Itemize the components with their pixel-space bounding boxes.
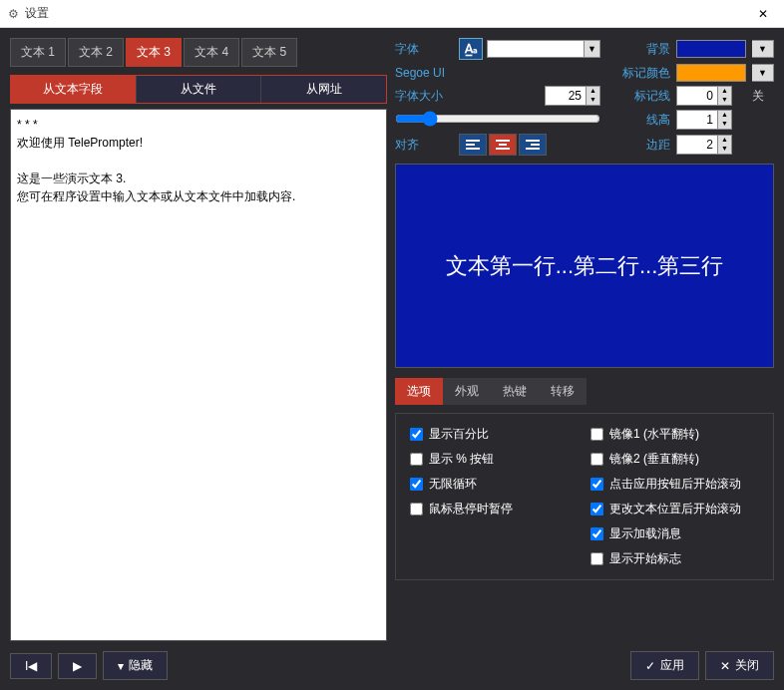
mark-color-dd[interactable]: ▼ bbox=[752, 64, 774, 82]
margin-spinner[interactable]: ▲▼ bbox=[676, 135, 746, 155]
hide-button[interactable]: ▾隐藏 bbox=[103, 651, 168, 680]
options-panel: 显示百分比显示 % 按钮无限循环鼠标悬停时暂停 镜像1 (水平翻转)镜像2 (垂… bbox=[395, 413, 774, 580]
option-tab-3[interactable]: 转移 bbox=[539, 378, 587, 405]
titlebar: ⚙ 设置 ✕ bbox=[0, 0, 784, 28]
font-style-button[interactable]: A̲ₐ bbox=[459, 38, 483, 60]
align-left-button[interactable] bbox=[459, 134, 487, 156]
settings-grid: 字体 A̲ₐ ▼ 背景 ▼ Segoe UI 标记颜色 ▼ 字体大小 ▲▼ 标记… bbox=[395, 38, 774, 156]
mark-line-label: 标记线 bbox=[606, 88, 670, 105]
checkbox-checksR-2[interactable]: 点击应用按钮后开始滚动 bbox=[590, 476, 759, 493]
align-center-button[interactable] bbox=[489, 134, 517, 156]
x-icon: ✕ bbox=[720, 659, 730, 673]
option-tabs: 选项外观热键转移 bbox=[395, 378, 774, 405]
close-button[interactable]: ✕关闭 bbox=[705, 651, 774, 680]
left-panel: 文本 1文本 2文本 3文本 4文本 5 从文本字段从文件从网址 * * * 欢… bbox=[10, 38, 387, 680]
checkbox-checksR-3[interactable]: 更改文本位置后开始滚动 bbox=[590, 501, 759, 518]
rewind-button[interactable]: I◀ bbox=[10, 653, 52, 679]
font-size-slider[interactable] bbox=[395, 111, 600, 127]
check-icon: ✓ bbox=[645, 659, 655, 673]
mark-color-swatch bbox=[677, 65, 745, 81]
chevron-down-icon: ▼ bbox=[584, 41, 599, 57]
font-label: 字体 bbox=[395, 41, 453, 58]
checkbox-checksL-3[interactable]: 鼠标悬停时暂停 bbox=[410, 501, 579, 518]
mark-color-dropdown[interactable] bbox=[676, 64, 746, 82]
line-height-label: 线高 bbox=[606, 112, 670, 129]
close-icon[interactable]: ✕ bbox=[750, 5, 776, 23]
option-tab-1[interactable]: 外观 bbox=[443, 378, 491, 405]
checkbox-checksL-0[interactable]: 显示百分比 bbox=[410, 426, 579, 443]
text-tab-4[interactable]: 文本 4 bbox=[184, 38, 239, 67]
font-size-spinner[interactable]: ▲▼ bbox=[545, 86, 600, 106]
source-tab-1[interactable]: 从文件 bbox=[137, 76, 262, 103]
line-height-spinner[interactable]: ▲▼ bbox=[676, 110, 746, 130]
checks-left-col: 显示百分比显示 % 按钮无限循环鼠标悬停时暂停 bbox=[410, 426, 579, 567]
gear-icon: ⚙ bbox=[8, 7, 19, 21]
preview-text: 文本第一行...第二行...第三行 bbox=[446, 251, 724, 281]
checks-right-col: 镜像1 (水平翻转)镜像2 (垂直翻转)点击应用按钮后开始滚动更改文本位置后开始… bbox=[590, 426, 759, 567]
text-tabs: 文本 1文本 2文本 3文本 4文本 5 bbox=[10, 38, 387, 67]
checkbox-checksL-1[interactable]: 显示 % 按钮 bbox=[410, 451, 579, 468]
right-panel: 字体 A̲ₐ ▼ 背景 ▼ Segoe UI 标记颜色 ▼ 字体大小 ▲▼ 标记… bbox=[395, 38, 774, 680]
align-label: 对齐 bbox=[395, 137, 453, 154]
source-tabs: 从文本字段从文件从网址 bbox=[10, 75, 387, 104]
text-tab-3[interactable]: 文本 3 bbox=[126, 38, 182, 67]
background-label: 背景 bbox=[606, 41, 670, 58]
checkbox-checksR-5[interactable]: 显示开始标志 bbox=[590, 550, 759, 567]
text-tab-2[interactable]: 文本 2 bbox=[68, 38, 124, 67]
option-tab-0[interactable]: 选项 bbox=[395, 378, 443, 405]
align-right-button[interactable] bbox=[519, 134, 547, 156]
window-title: 设置 bbox=[25, 5, 750, 22]
off-label: 关 bbox=[752, 88, 774, 105]
checkbox-checksL-2[interactable]: 无限循环 bbox=[410, 476, 579, 493]
text-input[interactable]: * * * 欢迎使用 TelePrompter! 这是一些演示文本 3. 您可在… bbox=[10, 109, 387, 641]
text-tab-1[interactable]: 文本 1 bbox=[10, 38, 66, 67]
right-bottombar: ✓应用 ✕关闭 bbox=[395, 651, 774, 680]
option-tab-2[interactable]: 热键 bbox=[491, 378, 539, 405]
left-bottombar: I◀ ▶ ▾隐藏 bbox=[10, 651, 387, 680]
background-color-dropdown[interactable] bbox=[676, 40, 746, 58]
source-tab-0[interactable]: 从文本字段 bbox=[11, 76, 137, 103]
apply-button[interactable]: ✓应用 bbox=[630, 651, 699, 680]
text-tab-5[interactable]: 文本 5 bbox=[241, 38, 297, 67]
font-name: Segoe UI bbox=[395, 66, 600, 80]
margin-label: 边距 bbox=[606, 137, 670, 154]
checkbox-checksR-4[interactable]: 显示加载消息 bbox=[590, 525, 759, 542]
checkbox-checksR-1[interactable]: 镜像2 (垂直翻转) bbox=[590, 451, 759, 468]
chevron-down-icon: ▼ bbox=[752, 65, 773, 81]
checkbox-checksR-0[interactable]: 镜像1 (水平翻转) bbox=[590, 426, 759, 443]
mark-line-spinner[interactable]: ▲▼ bbox=[676, 86, 746, 106]
main-area: 文本 1文本 2文本 3文本 4文本 5 从文本字段从文件从网址 * * * 欢… bbox=[0, 28, 784, 690]
background-swatch bbox=[677, 41, 745, 57]
font-size-label: 字体大小 bbox=[395, 88, 453, 105]
background-color-dd[interactable]: ▼ bbox=[752, 40, 774, 58]
chevron-down-icon: ▾ bbox=[118, 659, 124, 673]
mark-color-label: 标记颜色 bbox=[606, 65, 670, 82]
align-buttons bbox=[459, 134, 600, 156]
chevron-down-icon: ▼ bbox=[752, 41, 773, 57]
preview-area: 文本第一行...第二行...第三行 bbox=[395, 164, 774, 368]
play-button[interactable]: ▶ bbox=[58, 653, 97, 679]
source-tab-2[interactable]: 从网址 bbox=[261, 76, 386, 103]
font-color-dropdown[interactable]: ▼ bbox=[487, 40, 600, 58]
font-color-swatch bbox=[488, 41, 584, 57]
